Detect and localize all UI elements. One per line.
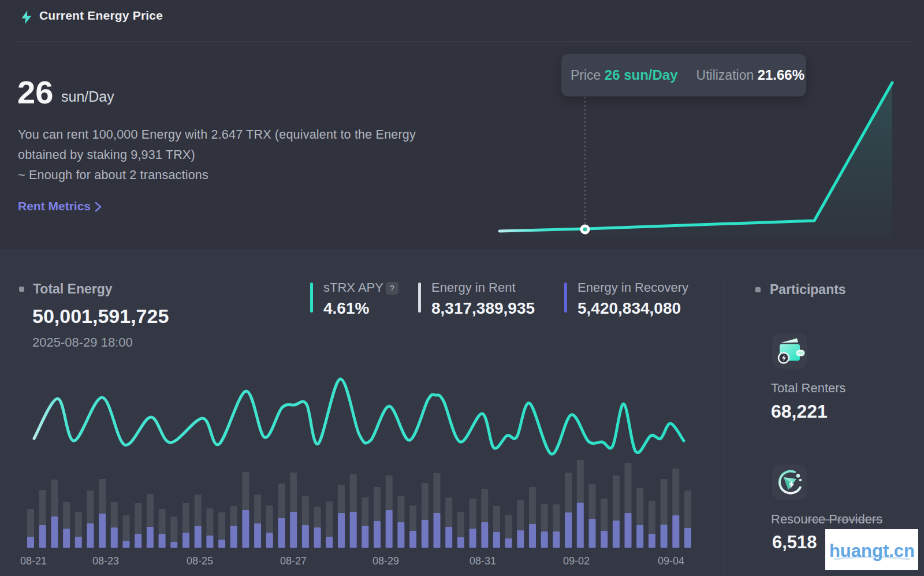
svg-text:huangt.cn: huangt.cn — [829, 541, 914, 561]
